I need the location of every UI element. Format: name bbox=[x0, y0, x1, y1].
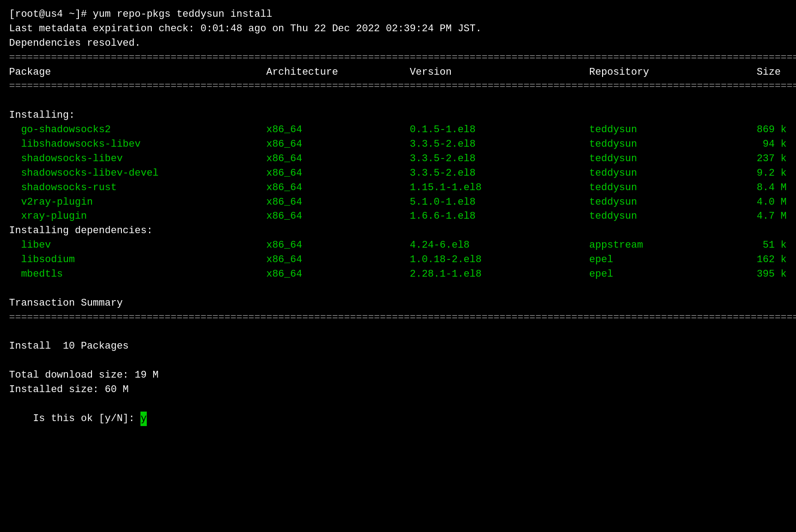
dep-package-list: libev x86_64 4.24-6.el8 appstream 51 k l… bbox=[9, 238, 787, 282]
top-separator: ========================================… bbox=[9, 51, 787, 65]
confirm-prompt-text: Is this ok [y/N]: bbox=[33, 413, 141, 424]
bottom-separator: ========================================… bbox=[9, 311, 787, 325]
terminal-window: [root@us4 ~]# yum repo-pkgs teddysun ins… bbox=[9, 7, 787, 441]
spacer-1 bbox=[9, 94, 787, 108]
list-item: shadowsocks-libev x86_64 3.3.5-2.el8 ted… bbox=[9, 152, 787, 166]
metadata-line: Last metadata expiration check: 0:01:48 … bbox=[9, 22, 787, 36]
list-item: libev x86_64 4.24-6.el8 appstream 51 k bbox=[9, 238, 787, 253]
spacer-4 bbox=[9, 354, 787, 368]
spacer-3 bbox=[9, 325, 787, 340]
transaction-summary-label: Transaction Summary bbox=[9, 296, 787, 311]
command-line: [root@us4 ~]# yum repo-pkgs teddysun ins… bbox=[9, 7, 787, 22]
table-header: Package Architecture Version Repository … bbox=[9, 65, 787, 80]
list-item: shadowsocks-rust x86_64 1.15.1-1.el8 ted… bbox=[9, 181, 787, 195]
list-item: shadowsocks-libev-devel x86_64 3.3.5-2.e… bbox=[9, 166, 787, 181]
list-item: libshadowsocks-libev x86_64 3.3.5-2.el8 … bbox=[9, 137, 787, 152]
install-count: Install 10 Packages bbox=[9, 339, 787, 354]
list-item: go-shadowsocks2 x86_64 0.1.5-1.el8 teddy… bbox=[9, 123, 787, 137]
cursor: y bbox=[140, 412, 147, 426]
deps-resolved-line: Dependencies resolved. bbox=[9, 36, 787, 51]
installed-size: Installed size: 60 M bbox=[9, 383, 787, 397]
list-item: v2ray-plugin x86_64 5.1.0-1.el8 teddysun… bbox=[9, 195, 787, 210]
installing-deps-label: Installing dependencies: bbox=[9, 224, 787, 238]
spacer-2 bbox=[9, 282, 787, 296]
installing-label: Installing: bbox=[9, 108, 787, 123]
total-download: Total download size: 19 M bbox=[9, 368, 787, 383]
sub-separator: ========================================… bbox=[9, 79, 787, 94]
list-item: xray-plugin x86_64 1.6.6-1.el8 teddysun … bbox=[9, 209, 787, 224]
confirm-prompt[interactable]: Is this ok [y/N]: y bbox=[9, 397, 787, 441]
list-item: mbedtls x86_64 2.28.1-1.el8 epel 395 k bbox=[9, 267, 787, 282]
package-list: go-shadowsocks2 x86_64 0.1.5-1.el8 teddy… bbox=[9, 123, 787, 224]
list-item: libsodium x86_64 1.0.18-2.el8 epel 162 k bbox=[9, 253, 787, 267]
